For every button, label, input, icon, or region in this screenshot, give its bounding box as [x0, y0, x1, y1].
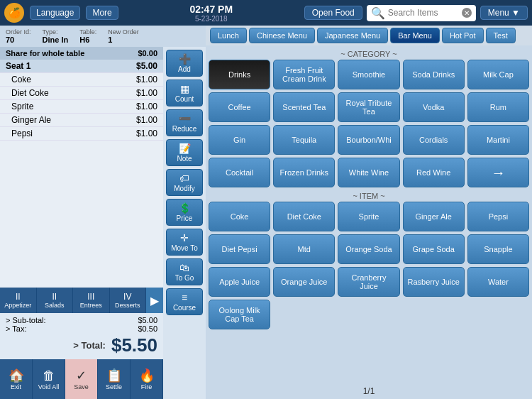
item-ginger-ale[interactable]: Ginger Ale: [403, 202, 465, 231]
cat-red-wine[interactable]: Red Wine: [403, 158, 465, 187]
cat-frozen-drinks[interactable]: Frozen Drinks: [273, 158, 335, 187]
top-bar: 🍊 Language More 02:47 PM 5-23-2018 Open …: [0, 0, 532, 26]
fire-tab[interactable]: 🔥 Fire: [131, 359, 163, 399]
tab-test[interactable]: Test: [486, 28, 516, 43]
item-cranberry-juice[interactable]: Cranberry Juice: [338, 267, 399, 297]
settle-icon: 📋: [106, 368, 122, 383]
seat-cat-entrees[interactable]: III Entrees: [73, 288, 110, 313]
item-diet-coke[interactable]: Diet Coke: [273, 202, 335, 231]
save-tab[interactable]: ✓ Save: [65, 359, 98, 399]
course-button[interactable]: ≡ Course: [166, 288, 203, 315]
open-food-button[interactable]: Open Food: [304, 6, 362, 20]
category-grid: Drinks Fresh Fruit Cream Drink Smoothie …: [209, 60, 529, 187]
order-item-pepsi[interactable]: Pepsi$1.00: [0, 127, 163, 141]
seat-cat-desserts[interactable]: IV Desserts: [110, 288, 147, 313]
menu-button[interactable]: Menu ▼: [480, 6, 528, 20]
void-icon: 🗑: [43, 368, 55, 383]
item-pepsi[interactable]: Pepsi: [467, 202, 529, 231]
tab-japanese-menu[interactable]: Japanese Menu: [317, 28, 388, 43]
desserts-icon: IV: [123, 292, 131, 302]
tax-value: $0.50: [138, 324, 157, 333]
item-orange-juice[interactable]: Orange Juice: [273, 267, 335, 297]
item-oolong[interactable]: Oolong Milk Cap Tea: [209, 300, 270, 329]
search-clear-button[interactable]: ✕: [462, 8, 472, 18]
count-icon: ▦: [180, 83, 189, 94]
right-panel: Lunch Chinese Menu Japanese Menu Bar Men…: [206, 26, 532, 399]
cat-smoothie[interactable]: Smoothie: [338, 60, 399, 89]
cat-white-wine[interactable]: White Wine: [338, 158, 399, 187]
pagination: 1/1: [206, 383, 532, 399]
cat-drinks[interactable]: Drinks: [209, 60, 270, 89]
item-grape-soda[interactable]: Grape Soda: [403, 234, 465, 264]
cat-scented-tea[interactable]: Scented Tea: [273, 92, 335, 122]
cat-fresh-fruit[interactable]: Fresh Fruit Cream Drink: [273, 60, 335, 89]
appetizer-icon: II: [16, 292, 21, 302]
bottom-nav: 🏠 Exit 🗑 Void All ✓ Save 📋 Settle: [0, 359, 163, 399]
item-mtd[interactable]: Mtd: [273, 234, 335, 264]
item-rasberry-juice[interactable]: Rasberry Juice: [403, 267, 465, 297]
tab-chinese-menu[interactable]: Chinese Menu: [249, 28, 315, 43]
logo-icon: 🍊: [4, 3, 24, 23]
item-coke[interactable]: Coke: [209, 202, 270, 231]
order-item-ginger-ale[interactable]: Ginger Ale$1.00: [0, 114, 163, 127]
time-display: 02:47 PM: [189, 4, 233, 15]
cat-milk-cap[interactable]: Milk Cap: [467, 60, 529, 89]
order-id-label: Order Id:: [6, 28, 31, 35]
order-table-label: Table:: [79, 28, 96, 35]
item-sprite[interactable]: Sprite: [338, 202, 399, 231]
order-type-label: Type:: [43, 28, 69, 35]
cat-rum[interactable]: Rum: [467, 92, 529, 122]
tab-hot-pot[interactable]: Hot Pot: [442, 28, 484, 43]
course-icon: ≡: [182, 292, 187, 303]
exit-tab[interactable]: 🏠 Exit: [0, 359, 33, 399]
item-diet-pepsi[interactable]: Diet Pepsi: [209, 234, 270, 264]
cat-tequila[interactable]: Tequila: [273, 125, 335, 155]
item-section-label: ~ ITEM ~: [209, 190, 529, 202]
item-water[interactable]: Water: [467, 267, 529, 297]
modify-button[interactable]: 🏷 Modify: [166, 169, 203, 196]
language-button[interactable]: Language: [30, 6, 80, 20]
order-item-sprite[interactable]: Sprite$1.00: [0, 100, 163, 114]
search-input[interactable]: [388, 8, 459, 18]
totals-area: > Sub-total: $5.00 > Tax: $0.50 > Total:…: [0, 313, 163, 359]
seat-cat-appetizer[interactable]: II Appetizer: [0, 288, 37, 313]
void-all-tab[interactable]: 🗑 Void All: [33, 359, 65, 399]
cat-martini[interactable]: Martini: [467, 125, 529, 155]
cat-soda-drinks[interactable]: Soda Drinks: [403, 60, 465, 89]
item-orange-soda[interactable]: Orange Soda: [338, 234, 399, 264]
tab-bar-menu[interactable]: Bar Menu: [390, 28, 440, 43]
order-header: Order Id: 70 Type: Dine In Table: H6 New…: [0, 26, 206, 47]
reduce-button[interactable]: ➖ Reduce: [166, 109, 203, 136]
note-button[interactable]: 📝 Note: [166, 139, 203, 166]
subtotal-label: > Sub-total:: [6, 316, 46, 324]
pagination-text: 1/1: [363, 386, 375, 396]
fire-icon: 🔥: [139, 368, 155, 383]
more-button[interactable]: More: [86, 6, 118, 20]
tab-lunch[interactable]: Lunch: [210, 28, 247, 43]
count-button[interactable]: ▦ Count: [166, 80, 203, 106]
add-button[interactable]: ➕ Add: [166, 50, 203, 77]
seat1-label: Seat 1: [6, 61, 31, 71]
cat-vodka[interactable]: Vodka: [403, 92, 465, 122]
cat-bourbon[interactable]: Bourbon/Whi: [338, 125, 399, 155]
to-go-button[interactable]: 🛍 To Go: [166, 258, 203, 285]
seat-cat-salads[interactable]: II Salads: [37, 288, 74, 313]
cat-coffee[interactable]: Coffee: [209, 92, 270, 122]
seat-category-tabs: II Appetizer II Salads III Entrees IV De…: [0, 288, 163, 313]
item-apple-juice[interactable]: Apple Juice: [209, 267, 270, 297]
price-button[interactable]: 💲 Price: [166, 199, 203, 226]
move-to-button[interactable]: ✛ Move To: [166, 229, 203, 256]
item-snapple[interactable]: Snapple: [467, 234, 529, 264]
seat-cat-next-button[interactable]: ▶: [146, 288, 163, 313]
left-panel: Order Id: 70 Type: Dine In Table: H6 New…: [0, 26, 206, 399]
cat-cocktail[interactable]: Cocktail: [209, 158, 270, 187]
cat-gin[interactable]: Gin: [209, 125, 270, 155]
cat-cordials[interactable]: Cordials: [403, 125, 465, 155]
cat-royal-tribute[interactable]: Royal Tribute Tea: [338, 92, 399, 122]
order-item-coke[interactable]: Coke$1.00: [0, 73, 163, 87]
menu-tabs: Lunch Chinese Menu Japanese Menu Bar Men…: [206, 26, 532, 45]
price-icon: 💲: [179, 202, 191, 214]
settle-tab[interactable]: 📋 Settle: [98, 359, 131, 399]
order-item-diet-coke[interactable]: Diet Coke$1.00: [0, 87, 163, 100]
cat-next-arrow[interactable]: →: [467, 158, 529, 187]
